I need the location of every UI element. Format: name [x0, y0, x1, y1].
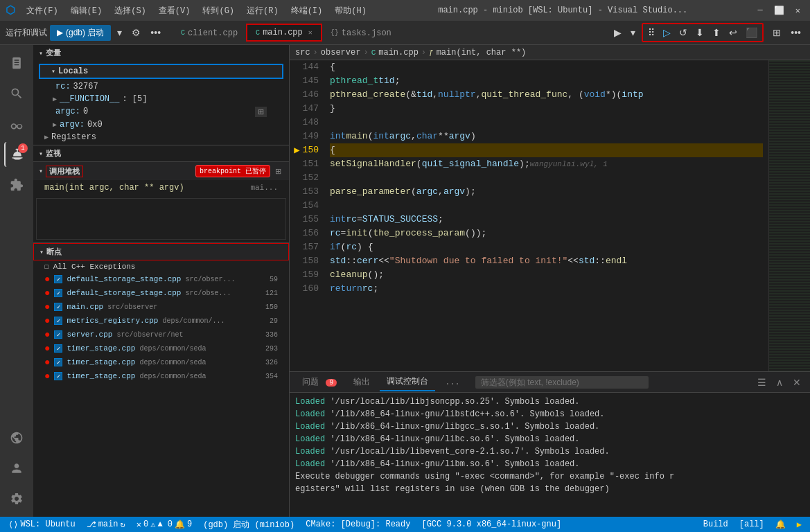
status-notification-btn[interactable]: 🔔	[773, 520, 789, 530]
title-bar-menu: 文件(F) 编辑(E) 选择(S) 查看(V) 转到(G) 运行(R) 终端(I…	[21, 3, 372, 18]
menu-select[interactable]: 选择(S)	[109, 3, 152, 18]
activity-settings[interactable]	[4, 486, 29, 511]
var-argc-inspect[interactable]: ⊞	[255, 107, 267, 117]
bp-check-1[interactable]: ✓	[54, 289, 62, 297]
status-errors[interactable]: ✕ 0 ⚠ ▲ 0 🔔 9	[134, 520, 195, 530]
status-remote[interactable]: ⟨⟩ WSL: Ubuntu	[6, 520, 78, 530]
bp-item-3[interactable]: ● ✓ metrics_registry.cpp deps/common/...…	[33, 314, 289, 328]
status-build[interactable]: Build	[701, 520, 731, 529]
watch-header[interactable]: ▾ 监视	[33, 145, 289, 161]
filter-input[interactable]	[475, 376, 649, 389]
status-cmake[interactable]: CMake: [Debug]: Ready	[303, 520, 413, 529]
bp-item-0[interactable]: ● ✓ default_storage_stage.cpp src/obser.…	[33, 272, 289, 286]
terminal-list-btn[interactable]: ☰	[754, 375, 770, 389]
menu-run[interactable]: 运行(R)	[241, 3, 284, 18]
callstack-item-main[interactable]: main(int argc, char ** argv) mai...	[33, 180, 289, 195]
activity-debug[interactable]: 1	[4, 142, 29, 167]
debug-continue-button[interactable]: ⠿	[644, 26, 658, 39]
status-gcc[interactable]: [GCC 9.3.0 x86_64-linux-gnu]	[419, 520, 564, 529]
bp-check-6[interactable]: ✓	[54, 358, 62, 366]
status-all[interactable]: [all]	[737, 520, 767, 529]
bp-check-5[interactable]: ✓	[54, 344, 62, 353]
layout-button[interactable]: ⊞	[769, 25, 784, 40]
tab-main-close[interactable]: ✕	[308, 28, 312, 37]
bp-check-2[interactable]: ✓	[54, 303, 62, 311]
bp-check-0[interactable]: ✓	[54, 275, 62, 283]
bp-path-2: src/observer	[107, 303, 261, 311]
terminal-up-btn[interactable]: ∧	[773, 375, 786, 389]
variables-header[interactable]: ▾ 变量	[33, 45, 289, 61]
activity-explorer[interactable]	[4, 51, 29, 76]
error-icon: ✕	[137, 520, 141, 530]
bp-item-1[interactable]: ● ✓ default_storage_stage.cpp src/obse..…	[33, 286, 289, 300]
locals-header[interactable]: ▾ Locals	[39, 64, 283, 79]
run-dropdown-button[interactable]: ▾	[627, 25, 639, 40]
breadcrumb-src[interactable]: src	[295, 48, 310, 57]
breakpoints-header[interactable]: ▾ 断点	[33, 243, 289, 260]
code-content[interactable]: { pthread_t tid; pthread_create(&tid, nu…	[324, 60, 768, 371]
debug-gear-button[interactable]: ⚙	[128, 25, 144, 40]
debug-play-button[interactable]: ▷	[660, 26, 674, 39]
problems-label: 问题	[302, 378, 319, 387]
var-function[interactable]: ▶ __FUNCTION__ : [5]	[33, 93, 289, 105]
info-icon: 🔔	[175, 520, 185, 530]
bp-check-3[interactable]: ✓	[54, 317, 62, 325]
activity-remote[interactable]	[4, 425, 29, 450]
tab-more[interactable]: ...	[438, 375, 467, 390]
debug-dropdown-button[interactable]: ▾	[114, 25, 125, 40]
bp-all-exceptions[interactable]: ☐ All C++ Exceptions	[33, 260, 289, 272]
menu-terminal[interactable]: 终端(I)	[285, 3, 328, 18]
debug-stepover-button[interactable]: ⬇	[692, 26, 707, 39]
var-argv[interactable]: ▶ argv: 0x0	[33, 118, 289, 131]
bp-item-2[interactable]: ● ✓ main.cpp src/observer 150	[33, 300, 289, 314]
status-run-btn[interactable]: ▶	[794, 520, 804, 530]
close-button[interactable]: ✕	[791, 4, 804, 17]
callstack-more[interactable]: ⊞	[273, 166, 283, 177]
maximize-button[interactable]: ⬜	[770, 4, 789, 17]
bp-check-7[interactable]: ✓	[54, 372, 62, 380]
debug-stepinto-button[interactable]: ⬆	[709, 26, 724, 39]
activity-bar: 1	[0, 45, 33, 517]
activity-search[interactable]	[4, 81, 29, 106]
more-actions-button[interactable]: •••	[787, 25, 804, 40]
var-argc: argc: 0 ⊞	[33, 105, 289, 118]
tab-main-cpp[interactable]: C main.cpp ✕	[246, 24, 322, 42]
breadcrumb-file[interactable]: main.cpp	[378, 48, 419, 57]
tab-problems[interactable]: 问题 9	[295, 373, 344, 391]
debug-start-button[interactable]: ▶ (gdb) 启动	[50, 25, 111, 41]
activity-source-control[interactable]	[4, 112, 29, 136]
tab-client-cpp[interactable]: C client.cpp	[173, 25, 246, 41]
code-editor[interactable]: 144 145 146 147 148 149 ▶ 150 151 152 15…	[290, 60, 810, 371]
debug-restart-button[interactable]: ↺	[676, 26, 691, 39]
var-registers[interactable]: ▶ Registers	[33, 131, 289, 143]
status-branch[interactable]: ⎇ main ↻	[84, 520, 128, 530]
status-debug-config[interactable]: (gdb) 启动 (miniob)	[200, 519, 297, 531]
menu-file[interactable]: 文件(F)	[21, 3, 64, 18]
activity-account[interactable]	[4, 456, 29, 481]
bp-item-6[interactable]: ● ✓ timer_stage.cpp deps/common/seda 326	[33, 355, 289, 369]
bp-item-4[interactable]: ● ✓ server.cpp src/observer/net 336	[33, 328, 289, 342]
terminal-close-btn[interactable]: ✕	[789, 375, 804, 389]
debug-stop-button[interactable]: ⬛	[742, 26, 761, 39]
bp-item-7[interactable]: ● ✓ timer_stage.cpp deps/common/seda 354	[33, 369, 289, 383]
minimize-button[interactable]: ─	[754, 4, 767, 17]
title-bar: ⬡ 文件(F) 编辑(E) 选择(S) 查看(V) 转到(G) 运行(R) 终端…	[0, 0, 810, 21]
debug-stepout-button[interactable]: ↩	[725, 26, 741, 39]
menu-goto[interactable]: 转到(G)	[197, 3, 240, 18]
bp-all-label: All C++ Exceptions	[53, 263, 136, 271]
tab-debug-console[interactable]: 调试控制台	[380, 373, 435, 391]
menu-help[interactable]: 帮助(H)	[329, 3, 372, 18]
tab-output[interactable]: 输出	[346, 373, 377, 391]
menu-view[interactable]: 查看(V)	[153, 3, 196, 18]
ln-152: 152	[292, 171, 319, 185]
tab-tasks-json[interactable]: {} tasks.json	[322, 25, 400, 41]
bp-check-4[interactable]: ✓	[54, 330, 62, 339]
run-button[interactable]: ▶	[610, 25, 625, 40]
menu-edit[interactable]: 编辑(E)	[65, 3, 108, 18]
breadcrumb-func[interactable]: main(int, char **)	[437, 48, 527, 57]
activity-extensions[interactable]	[4, 172, 29, 197]
bp-item-5[interactable]: ● ✓ timer_stage.cpp deps/common/seda 293	[33, 342, 289, 355]
debug-more-button[interactable]: •••	[147, 25, 164, 40]
breadcrumb-observer[interactable]: observer	[321, 48, 361, 57]
callstack-header[interactable]: ▾ 调用堆栈 breakpoint 已暂停 ⊞	[33, 162, 289, 180]
